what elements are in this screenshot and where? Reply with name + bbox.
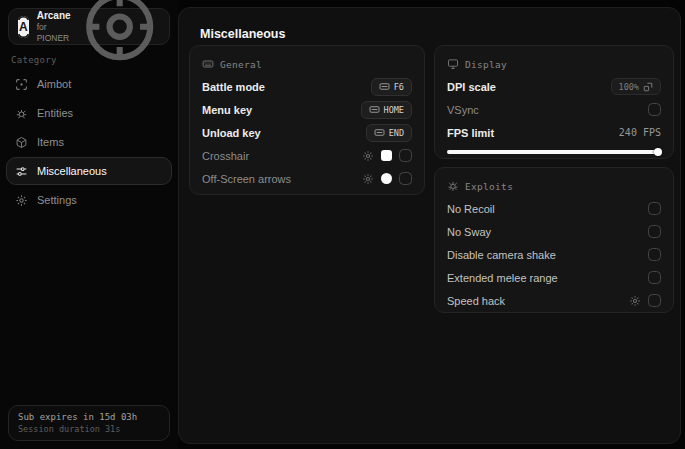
bug-icon — [447, 180, 459, 192]
no-recoil-checkbox[interactable] — [648, 202, 661, 215]
sidebar-item-label: Aimbot — [37, 78, 71, 90]
setting-row-vsync: VSync — [447, 98, 661, 121]
setting-row-crosshair: Crosshair — [202, 144, 412, 167]
setting-label: VSync — [447, 104, 479, 116]
sidebar-item-entities[interactable]: Entities — [6, 99, 172, 127]
gear-icon — [15, 194, 28, 207]
setting-row-offscreen-arrows: Off-Screen arrows — [202, 167, 412, 190]
setting-row-extended-melee-range: Extended melee range — [447, 266, 661, 289]
subscription-status-card: Sub expires in 15d 03h Session duration … — [8, 405, 170, 441]
color-swatch[interactable] — [381, 150, 392, 161]
gear-icon[interactable] — [362, 150, 374, 162]
sidebar-item-settings[interactable]: Settings — [6, 186, 172, 214]
sidebar: A Arcane for PIONER Category Aimbot Enti… — [0, 0, 178, 449]
spider-icon — [15, 107, 28, 120]
app-logo-card: A Arcane for PIONER — [8, 8, 170, 45]
page-title: Miscellaneous — [200, 27, 285, 41]
setting-label: FPS limit — [447, 127, 494, 139]
display-card: Display DPI scale 100% VSync FPS limit 2… — [434, 45, 674, 159]
general-card: General Battle mode F6 Menu key HOME Unl… — [189, 45, 425, 195]
crosshair-checkbox[interactable] — [399, 149, 412, 162]
exploits-card: Exploits No Recoil No Sway Disable camer… — [434, 167, 674, 313]
setting-label: Unload key — [202, 127, 261, 139]
keyboard-icon — [374, 127, 385, 138]
setting-row-no-sway: No Sway — [447, 220, 661, 243]
slider-fill — [447, 150, 661, 154]
setting-label: Disable camera shake — [447, 249, 556, 261]
setting-row-menu-key: Menu key HOME — [202, 98, 412, 121]
sub-expiry-text: Sub expires in 15d 03h — [18, 412, 160, 422]
section-title-exploits: Exploits — [465, 181, 513, 192]
no-sway-checkbox[interactable] — [648, 225, 661, 238]
gear-icon[interactable] — [629, 295, 641, 307]
monitor-icon — [447, 58, 459, 70]
sidebar-item-miscellaneous[interactable]: Miscellaneous — [6, 157, 172, 185]
main-panel: Miscellaneous General Battle mode F6 Men… — [178, 7, 681, 444]
section-title-display: Display — [465, 59, 507, 70]
setting-label: No Sway — [447, 226, 491, 238]
setting-label: Speed hack — [447, 295, 505, 307]
keybind-button-menu-key[interactable]: HOME — [361, 101, 412, 119]
sidebar-item-label: Entities — [37, 107, 73, 119]
section-title-general: General — [220, 59, 262, 70]
sidebar-item-items[interactable]: Items — [6, 128, 172, 156]
setting-row-battle-mode: Battle mode F6 — [202, 75, 412, 98]
setting-label: No Recoil — [447, 203, 495, 215]
color-swatch[interactable] — [381, 173, 392, 184]
settings-icon[interactable] — [79, 0, 160, 67]
speed-hack-checkbox[interactable] — [648, 294, 661, 307]
sidebar-item-aimbot[interactable]: Aimbot — [6, 70, 172, 98]
setting-row-unload-key: Unload key END — [202, 121, 412, 144]
category-label: Category — [11, 55, 57, 65]
fps-limit-value: 240 FPS — [619, 127, 661, 138]
sidebar-nav: Aimbot Entities Items Miscellaneous Sett… — [0, 70, 178, 214]
app-name: Arcane — [37, 10, 71, 23]
gear-icon[interactable] — [362, 173, 374, 185]
keybind-button-battle-mode[interactable]: F6 — [371, 78, 412, 96]
scan-icon — [15, 78, 28, 91]
session-duration-text: Session duration 31s — [18, 424, 160, 434]
sidebar-item-label: Miscellaneous — [37, 165, 107, 177]
setting-row-dpi-scale: DPI scale 100% — [447, 75, 661, 98]
keyboard-icon — [379, 81, 390, 92]
sidebar-item-label: Settings — [37, 194, 77, 206]
keybind-button-unload-key[interactable]: END — [366, 124, 412, 142]
setting-row-speed-hack: Speed hack — [447, 289, 661, 312]
vsync-checkbox[interactable] — [648, 103, 661, 116]
setting-label: DPI scale — [447, 81, 496, 93]
offscreen-arrows-checkbox[interactable] — [399, 172, 412, 185]
setting-label: Extended melee range — [447, 272, 558, 284]
setting-row-no-recoil: No Recoil — [447, 197, 661, 220]
sidebar-item-label: Items — [37, 136, 64, 148]
scale-icon — [643, 82, 653, 92]
fps-limit-slider[interactable] — [447, 150, 661, 154]
setting-label: Menu key — [202, 104, 252, 116]
setting-label: Crosshair — [202, 150, 249, 162]
setting-label: Off-Screen arrows — [202, 173, 291, 185]
disable-camera-shake-checkbox[interactable] — [648, 248, 661, 261]
keyboard-icon — [369, 104, 380, 115]
dpi-scale-button[interactable]: 100% — [611, 78, 661, 95]
setting-label: Battle mode — [202, 81, 265, 93]
sliders-icon — [15, 165, 28, 178]
setting-row-disable-camera-shake: Disable camera shake — [447, 243, 661, 266]
app-subtitle: for PIONER — [37, 22, 71, 43]
slider-knob[interactable] — [654, 148, 662, 156]
setting-row-fps-limit: FPS limit 240 FPS — [447, 121, 661, 144]
box-icon — [15, 136, 28, 149]
app-logo: A — [18, 16, 29, 38]
extended-melee-range-checkbox[interactable] — [648, 271, 661, 284]
keyboard-icon — [202, 58, 214, 70]
